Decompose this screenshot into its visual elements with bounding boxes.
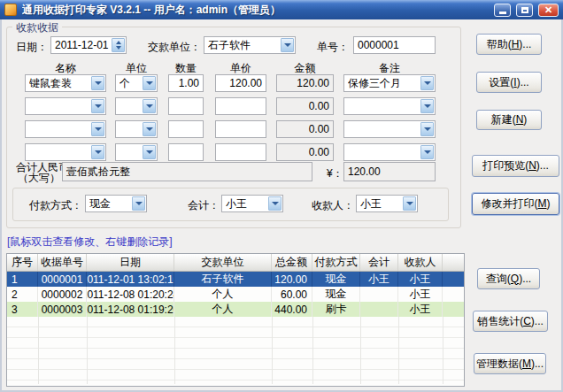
close-icon: ✕ (544, 5, 552, 15)
maximize-button[interactable] (516, 4, 533, 17)
item-unit-select[interactable] (115, 120, 158, 138)
item-price-field[interactable] (215, 120, 266, 138)
pay-method-select[interactable]: 现金 (85, 195, 147, 212)
chevron-down-icon[interactable] (143, 76, 156, 90)
chevron-down-icon[interactable] (132, 196, 145, 211)
chevron-down-icon[interactable] (91, 76, 104, 90)
payee-label: 收款人： (312, 198, 354, 213)
maximize-icon (521, 7, 528, 13)
sales-stats-button[interactable]: 销售统计(C)... (473, 311, 548, 332)
item-price-field[interactable] (215, 97, 266, 115)
chevron-down-icon[interactable] (143, 99, 156, 113)
item-name-select[interactable] (25, 120, 106, 138)
table-row[interactable]: 1 0000001 2011-12-01 13:02:16 石子软件 120.0… (7, 272, 464, 287)
item-qty-field[interactable]: 1.00 (168, 74, 204, 92)
item-qty-field[interactable] (168, 97, 204, 115)
header-payer: 交款单位 (174, 254, 272, 271)
app-window: 通用收据打印专家 V3.2.1 -- 用户名：admin（管理员） ✕ 收款收据… (0, 0, 563, 392)
item-unit-select[interactable] (115, 143, 158, 161)
chevron-down-icon[interactable] (420, 145, 434, 159)
payer-label: 交款单位： (148, 40, 201, 55)
item-remark-select[interactable] (343, 120, 436, 138)
item-qty-field[interactable] (168, 120, 204, 138)
total-amount-field: 120.00 (343, 162, 436, 181)
item-amount-field: 0.00 (276, 120, 334, 138)
header-number: 收据单号 (38, 254, 87, 271)
table-header: 序号 收据单号 日期 交款单位 总金额 付款方式 会计 收款人 (7, 254, 464, 272)
help-button[interactable]: 帮助(H)... (476, 34, 542, 55)
table-row[interactable]: 2 0000002 2011-12-08 01:20:24 个人 60.00 现… (7, 287, 464, 302)
accountant-label: 会计： (188, 198, 220, 213)
header-method: 付款方式 (312, 254, 360, 271)
minimize-icon (499, 12, 506, 14)
chevron-down-icon[interactable] (403, 196, 416, 211)
item-qty-field[interactable] (168, 143, 204, 161)
manage-data-button[interactable]: 管理数据(M)... (474, 353, 546, 374)
chevron-down-icon[interactable] (268, 196, 282, 211)
chevron-down-icon[interactable] (143, 122, 156, 136)
item-unit-select[interactable] (115, 97, 158, 115)
records-table[interactable]: 序号 收据单号 日期 交款单位 总金额 付款方式 会计 收款人 1 000000… (6, 253, 465, 387)
header-payee: 收款人 (398, 254, 443, 271)
receipt-no-field[interactable]: 0000001 (353, 36, 436, 54)
close-button[interactable]: ✕ (538, 4, 559, 17)
header-date: 日期 (87, 254, 174, 271)
date-label: 日期： (16, 40, 48, 55)
item-remark-select[interactable] (343, 143, 436, 161)
total-words-field: 壹佰贰拾元整 (62, 162, 312, 181)
item-remark-select[interactable]: 保修三个月 (343, 74, 436, 92)
item-unit-select[interactable]: 个 (115, 74, 158, 92)
hint-text: [鼠标双击查看修改、右键删除记录] (7, 234, 173, 250)
app-icon (4, 4, 17, 16)
table-empty-area (7, 317, 464, 384)
header-amount: 总金额 (272, 254, 312, 271)
date-value: 2011-12-01 (55, 39, 109, 51)
item-price-field[interactable] (215, 143, 266, 161)
item-amount-field: 0.00 (276, 97, 334, 115)
pay-method-label: 付款方式： (29, 198, 82, 213)
chevron-down-icon[interactable] (420, 99, 434, 113)
spin-down-icon (116, 46, 121, 50)
header-index: 序号 (7, 254, 38, 271)
print-preview-button[interactable]: 打印预览(N)... (472, 155, 559, 177)
chevron-down-icon[interactable] (91, 145, 104, 159)
item-name-select[interactable] (25, 97, 106, 115)
window-title: 通用收据打印专家 V3.2.1 -- 用户名：admin（管理员） (22, 3, 489, 18)
item-amount-field: 0.00 (276, 143, 334, 161)
receipt-no-label: 单号： (317, 40, 349, 55)
settings-button[interactable]: 设置(I)... (476, 72, 542, 93)
table-row[interactable]: 3 0000003 2011-12-08 01:19:20 个人 440.00 … (7, 302, 464, 317)
chevron-down-icon[interactable] (420, 122, 434, 136)
chevron-down-icon[interactable] (281, 38, 294, 52)
chevron-down-icon[interactable] (143, 145, 156, 159)
titlebar: 通用收据打印专家 V3.2.1 -- 用户名：admin（管理员） ✕ (0, 0, 563, 19)
item-name-select[interactable] (25, 143, 106, 161)
query-button[interactable]: 查询(Q)... (477, 268, 540, 289)
header-accountant: 会计 (360, 254, 398, 271)
receipt-group-title: 收款收据 (12, 20, 62, 35)
item-name-select[interactable]: 键鼠套装 (25, 74, 106, 92)
chevron-down-icon[interactable] (420, 76, 434, 90)
item-amount-field: 120.00 (276, 74, 334, 92)
chevron-down-icon[interactable] (91, 122, 104, 136)
chevron-down-icon[interactable] (91, 99, 104, 113)
date-field[interactable]: 2011-12-01 (50, 36, 127, 54)
payee-select[interactable]: 小王 (356, 195, 418, 212)
spin-up-icon (116, 41, 121, 44)
total-label-line2: （大写） (18, 171, 60, 186)
payer-select[interactable]: 石子软件 (204, 36, 296, 54)
accountant-select[interactable]: 小王 (221, 195, 283, 212)
new-button[interactable]: 新建(N) (476, 110, 542, 130)
item-price-field[interactable]: 120.00 (215, 74, 266, 92)
modify-print-button[interactable]: 修改并打印(M) (472, 193, 559, 215)
currency-label: ¥： (327, 166, 343, 181)
item-remark-select[interactable] (343, 97, 436, 115)
minimize-button[interactable] (494, 4, 511, 17)
date-spinner[interactable] (112, 38, 125, 52)
